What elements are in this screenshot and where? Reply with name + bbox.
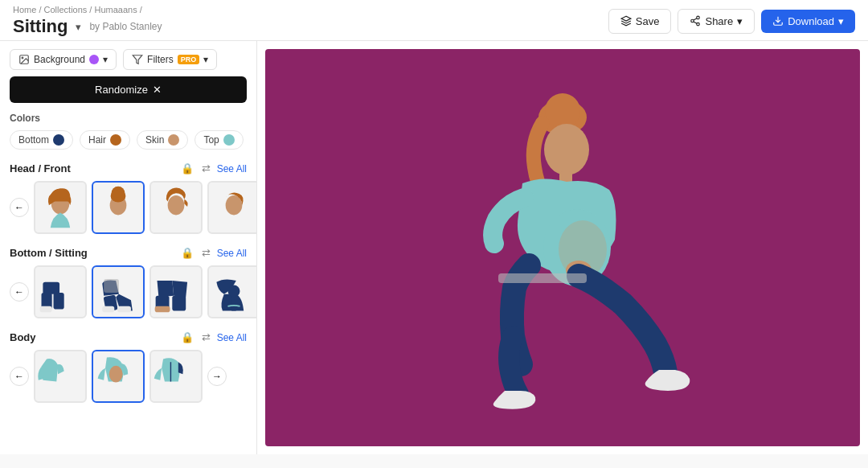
svg-rect-21 <box>102 306 114 313</box>
canvas-background <box>265 49 860 446</box>
svg-point-1 <box>691 19 694 23</box>
color-label-hair: Hair <box>88 134 106 146</box>
filters-button[interactable]: Filters PRO ▾ <box>123 49 217 70</box>
svg-line-3 <box>694 22 697 23</box>
body-section-header: Body 🔒 ⇄ See All <box>10 330 247 345</box>
save-label: Save <box>636 15 660 27</box>
bottom-see-all[interactable]: See All <box>217 248 247 259</box>
head-shuffle-button[interactable]: ⇄ <box>200 161 212 176</box>
body-thumb-1[interactable] <box>34 350 87 403</box>
share-button[interactable]: Share ▾ <box>678 9 755 34</box>
bottom-thumb-2[interactable] <box>92 265 145 318</box>
filters-chevron: ▾ <box>203 54 208 65</box>
svg-point-27 <box>109 366 123 383</box>
top-bar: Home / Collections / Humaaans / Sitting … <box>0 0 868 41</box>
share-label: Share <box>705 15 733 27</box>
bottom-thumb-1[interactable] <box>34 265 87 318</box>
bottom-thumb-4[interactable] <box>207 265 257 318</box>
body-prev[interactable]: ← <box>10 367 29 386</box>
svg-rect-20 <box>117 306 131 313</box>
body-thumb-3[interactable] <box>149 350 203 403</box>
svg-rect-15 <box>43 282 59 294</box>
head-thumb-3[interactable] <box>149 181 203 234</box>
body-section: Body 🔒 ⇄ See All ← <box>10 330 247 403</box>
top-actions: Save Share ▾ Download ▾ <box>608 9 855 34</box>
bottom-section: Bottom / Sitting 🔒 ⇄ See All ← <box>10 245 247 318</box>
background-color-dot <box>89 55 99 64</box>
color-chip-skin[interactable]: Skin <box>137 130 188 150</box>
color-chip-hair[interactable]: Hair <box>80 130 130 150</box>
head-thumb-4[interactable] <box>207 181 257 234</box>
color-dot-bottom <box>53 134 64 146</box>
body-next[interactable]: → <box>207 367 227 386</box>
title-dropdown[interactable]: ▾ <box>72 19 84 35</box>
sidebar: Background ▾ Filters PRO ▾ Randomize ✕ C… <box>0 41 257 454</box>
control-row: Background ▾ Filters PRO ▾ <box>10 49 247 70</box>
svg-point-31 <box>544 124 589 175</box>
svg-rect-25 <box>155 306 170 313</box>
bottom-shuffle-button[interactable]: ⇄ <box>200 245 212 261</box>
svg-rect-36 <box>498 273 587 283</box>
background-button[interactable]: Background ▾ <box>10 49 117 70</box>
randomize-button[interactable]: Randomize ✕ <box>10 76 247 103</box>
head-lock-button[interactable]: 🔒 <box>179 161 195 176</box>
background-icon <box>18 54 30 65</box>
character-illustration <box>394 63 731 433</box>
bottom-thumbnails: ← <box>10 265 247 318</box>
svg-point-14 <box>226 195 243 215</box>
svg-point-2 <box>697 23 700 26</box>
download-icon <box>772 15 784 27</box>
save-icon <box>620 15 632 27</box>
body-thumb-2[interactable] <box>92 350 145 403</box>
body-see-all[interactable]: See All <box>217 332 247 343</box>
download-button[interactable]: Download ▾ <box>761 10 855 33</box>
svg-rect-24 <box>172 296 186 311</box>
save-button[interactable]: Save <box>608 9 672 34</box>
svg-line-4 <box>694 18 697 20</box>
bottom-prev[interactable]: ← <box>10 282 29 302</box>
head-thumb-1[interactable] <box>34 181 87 234</box>
background-label: Background <box>34 54 85 65</box>
color-dot-hair <box>110 134 121 146</box>
svg-marker-8 <box>133 55 142 64</box>
svg-point-0 <box>697 16 700 19</box>
color-chip-bottom[interactable]: Bottom <box>10 130 73 150</box>
head-section-header: Head / Front 🔒 ⇄ See All <box>10 161 247 176</box>
svg-point-30 <box>545 93 580 129</box>
breadcrumb: Home / Collections / Humaaans / <box>13 5 162 14</box>
head-thumb-2[interactable] <box>92 181 145 234</box>
color-chip-top[interactable]: Top <box>194 130 243 150</box>
bottom-thumb-3[interactable] <box>149 265 203 318</box>
randomize-label: Randomize <box>95 84 148 96</box>
head-section-title: Head / Front <box>10 162 71 174</box>
canvas-area <box>257 41 868 454</box>
download-chevron: ▾ <box>838 15 844 27</box>
body-section-actions: 🔒 ⇄ See All <box>179 330 247 345</box>
body-lock-button[interactable]: 🔒 <box>179 330 195 345</box>
svg-rect-22 <box>104 279 119 293</box>
bottom-section-header: Bottom / Sitting 🔒 ⇄ See All <box>10 245 247 261</box>
head-section-actions: 🔒 ⇄ See All <box>179 161 247 176</box>
filters-label: Filters <box>147 54 174 65</box>
colors-section-label: Colors <box>10 113 247 124</box>
color-dot-skin <box>168 134 179 146</box>
head-see-all[interactable]: See All <box>217 163 247 174</box>
body-section-title: Body <box>10 331 36 343</box>
svg-point-7 <box>22 57 23 59</box>
head-thumbnails: ← <box>10 181 247 234</box>
download-label: Download <box>788 15 834 27</box>
randomize-x: ✕ <box>153 84 162 96</box>
main-area: Background ▾ Filters PRO ▾ Randomize ✕ C… <box>0 41 868 454</box>
bottom-lock-button[interactable]: 🔒 <box>179 245 195 261</box>
background-chevron: ▾ <box>103 54 108 65</box>
svg-point-13 <box>168 195 185 215</box>
body-shuffle-button[interactable]: ⇄ <box>200 330 212 345</box>
color-label-top: Top <box>203 134 219 146</box>
color-label-bottom: Bottom <box>18 134 49 146</box>
colors-row: Bottom Hair Skin Top <box>10 130 247 150</box>
share-icon <box>690 15 701 27</box>
head-section: Head / Front 🔒 ⇄ See All ← <box>10 161 247 234</box>
head-prev[interactable]: ← <box>10 198 29 217</box>
title-area: Home / Collections / Humaaans / Sitting … <box>13 5 162 37</box>
filters-icon <box>132 54 143 65</box>
